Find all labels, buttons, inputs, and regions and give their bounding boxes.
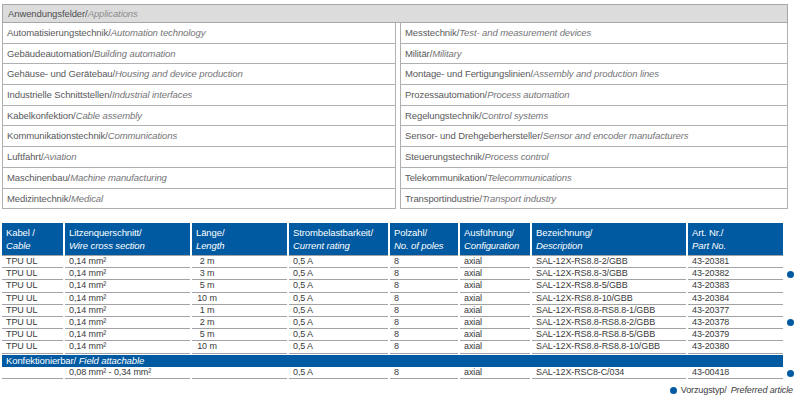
column-header-en: Length [196, 239, 287, 252]
length-value: 10 m [192, 293, 222, 305]
application-label-en: Assembly and production lines [533, 68, 659, 79]
preferred-legend: Vorzugstyp/Preferred article [670, 385, 793, 395]
cell-length: 10 m [192, 293, 287, 305]
column-header-de: Litzenquerschnitt/ [69, 227, 142, 238]
product-row: TPU UL0,14 mm²2 m0,5 A8axialSAL-12X-RS8.… [2, 255, 783, 268]
application-item: Regelungstechnik/Control systems [400, 106, 788, 127]
application-item: Sensor- und Drehgeberhersteller/Sensor a… [400, 126, 788, 147]
cell-cable: TPU UL [2, 305, 63, 317]
cell-length: 10 m [192, 341, 287, 353]
application-label-en: Transport industry [482, 193, 556, 204]
application-label-en: Telecommunications [487, 172, 571, 183]
cell-poles: 8 [390, 280, 458, 292]
cell-current: 0,5 A [289, 305, 388, 317]
column-header-description: Bezeichnung/Description [532, 223, 686, 255]
applications-header-en: Applications [88, 8, 138, 19]
column-header-cable: Kabel /Cable [2, 223, 63, 255]
cell-cross_section: 0,14 mm² [65, 317, 190, 329]
applications-header-de: Anwendungsfelder/ [8, 8, 88, 19]
cell-length: 1 m [192, 305, 287, 317]
application-label-de: Gehäuse- und Gerätebau/ [7, 68, 115, 79]
cell-poles: 8 [390, 367, 458, 379]
datasheet-page: Anwendungsfelder/Applications Automatisi… [0, 0, 800, 402]
cell-current: 0,5 A [289, 367, 388, 379]
cell-current: 0,5 A [289, 293, 388, 305]
column-header-en: No. of poles [394, 239, 458, 252]
application-item: Luftfahrt/Aviation [2, 147, 396, 168]
product-row: TPU UL0,14 mm²1 m0,5 A8axialSAL-12X-RS8.… [2, 305, 783, 317]
cell-poles: 8 [390, 268, 458, 280]
application-label-en: Industrial interfaces [112, 89, 192, 100]
length-value: 3 m [192, 268, 222, 280]
cell-description: SAL-12X-RSC8-C/034 [532, 367, 686, 379]
cell-cross_section: 0,14 mm² [65, 280, 190, 292]
cell-config: axial [460, 268, 530, 280]
column-header-de: Strombelastbarkeit/ [293, 227, 373, 238]
column-header-de: Kabel / [6, 227, 35, 238]
column-header-de: Bezeichnung/ [536, 227, 592, 238]
length-value: 10 m [192, 341, 222, 353]
application-label-de: Industrielle Schnittstellen/ [7, 89, 112, 100]
application-label-de: Militär/ [405, 48, 432, 59]
application-item: Steuerungstechnik/Process control [400, 147, 788, 168]
product-row: TPU UL0,14 mm²5 m0,5 A8axialSAL-12X-RS8.… [2, 329, 783, 341]
cell-cross_section: 0,08 mm² - 0,34 mm² [65, 367, 190, 379]
cell-part_no: 43-20378 [688, 317, 783, 329]
cell-part_no: 43-20380 [688, 341, 783, 353]
cell-part_no: 43-20383 [688, 280, 783, 292]
cell-part_no: 43-20384 [688, 293, 783, 305]
cell-cable: TPU UL [2, 268, 63, 280]
applications-column-right: Messtechnik/Test- and measurement device… [400, 23, 788, 209]
length-value: 2 m [192, 256, 222, 268]
column-header-en: Cable [6, 239, 63, 252]
cell-description: SAL-12X-RS8.8-5/GBB [532, 280, 686, 292]
applications-columns: Automatisierungstechnik/Automation techn… [2, 23, 788, 209]
application-label-de: Sensor- und Drehgeberhersteller/ [405, 130, 543, 141]
product-row: TPU UL0,14 mm²10 m0,5 A8axialSAL-12X-RS8… [2, 341, 783, 353]
column-header-de: Polzahl/ [394, 227, 427, 238]
column-header-part_no: Art. Nr./Part No. [688, 223, 783, 255]
cell-cable: TPU UL [2, 255, 63, 268]
application-label-de: Kabelkonfektion/ [7, 110, 76, 121]
cell-length: 5 m [192, 280, 287, 292]
application-label-en: Process automation [487, 89, 569, 100]
legend-label-en: Preferred article [731, 385, 793, 395]
applications-section: Anwendungsfelder/Applications Automatisi… [2, 4, 788, 209]
application-item: Industrielle Schnittstellen/Industrial i… [2, 85, 396, 106]
cell-cable: TPU UL [2, 341, 63, 353]
application-label-en: Sensor and encoder manufacturers [543, 130, 689, 141]
application-label-en: Building automation [94, 48, 176, 59]
application-label-en: Test- and measurement devices [459, 27, 591, 38]
application-item: Kabelkonfektion/Cable assembly [2, 106, 396, 127]
application-label-en: Communications [108, 130, 177, 141]
preferred-dot-icon [787, 370, 794, 377]
product-table-body: TPU UL0,14 mm²2 m0,5 A8axialSAL-12X-RS8.… [2, 255, 783, 354]
cell-config: axial [460, 367, 530, 379]
cell-length: 2 m [192, 317, 287, 329]
column-header-de: Länge/ [196, 227, 224, 238]
cell-cross_section: 0,14 mm² [65, 255, 190, 268]
cell-config: axial [460, 329, 530, 341]
application-label-de: Telekommunikation/ [405, 172, 487, 183]
cell-config: axial [460, 280, 530, 292]
cell-length: 2 m [192, 255, 287, 268]
cell-description: SAL-12X-RS8.8-RS8.8-5/GBB [532, 329, 686, 341]
application-label-en: Medical [71, 193, 103, 204]
column-header-length: Länge/Length [192, 223, 287, 255]
application-item: Medizintechnik/Medical [2, 189, 396, 210]
length-value: 1 m [192, 305, 222, 317]
application-item: Montage- und Fertigungslinien/Assembly a… [400, 64, 788, 85]
application-label-en: Military [432, 48, 461, 59]
application-label-de: Prozessautomation/ [405, 89, 487, 100]
preferred-dot-icon [670, 387, 677, 394]
length-value: 2 m [192, 317, 222, 329]
cell-length: 3 m [192, 268, 287, 280]
column-header-en: Description [536, 239, 686, 252]
cell-current: 0,5 A [289, 341, 388, 353]
application-item: Gebäudeautomation/Building automation [2, 44, 396, 65]
product-row: TPU UL0,14 mm²2 m0,5 A8axialSAL-12X-RS8.… [2, 317, 783, 329]
cell-description: SAL-12X-RS8.8-RS8.8-2/GBB [532, 317, 686, 329]
application-item: Automatisierungstechnik/Automation techn… [2, 23, 396, 44]
application-label-de: Medizintechnik/ [7, 193, 71, 204]
cell-poles: 8 [390, 341, 458, 353]
